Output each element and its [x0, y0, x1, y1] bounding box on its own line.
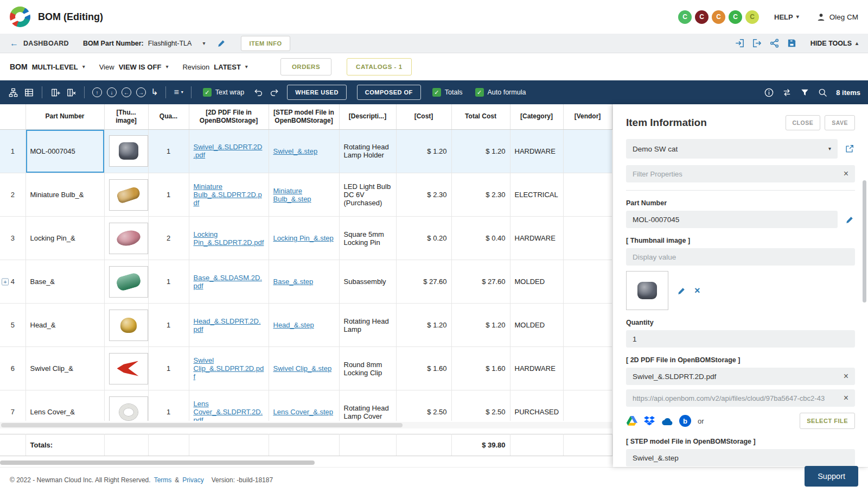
- part-number-input[interactable]: MOL-0007045: [626, 211, 838, 228]
- pdf-file-link[interactable]: Base_&.SLDASM.2D.pdf: [194, 274, 262, 290]
- category-cell[interactable]: HARDWARE: [510, 130, 563, 173]
- part-thumbnail[interactable]: [109, 396, 148, 421]
- share-icon[interactable]: [769, 38, 780, 48]
- chevron-down-icon[interactable]: ▾: [202, 41, 205, 46]
- edit-part-number-icon[interactable]: [844, 214, 855, 225]
- vendor-cell[interactable]: [563, 390, 612, 421]
- save-icon[interactable]: [787, 38, 797, 48]
- pdf-file-link[interactable]: Head_&.SLDPRT.2D.pdf: [194, 317, 261, 333]
- select-file-button[interactable]: SELECT FILE: [800, 413, 855, 429]
- pdf-file-link[interactable]: Locking Pin_&.SLDPRT.2D.pdf: [194, 230, 264, 247]
- column-header[interactable]: [Category]: [510, 104, 563, 129]
- cost-cell[interactable]: $ 1.20: [396, 130, 451, 173]
- alignment-menu-icon[interactable]: ≡ ▾: [174, 87, 183, 98]
- where-used-button[interactable]: WHERE USED: [287, 85, 347, 100]
- move-up-icon[interactable]: ↑: [92, 87, 102, 97]
- table-row[interactable]: + 2 Miniature Bulb_& 1 Miniature Bulb_&.…: [0, 173, 612, 217]
- part-thumbnail[interactable]: [109, 310, 148, 341]
- category-cell[interactable]: PURCHASED: [510, 390, 563, 421]
- privacy-link[interactable]: Privacy: [182, 476, 203, 484]
- cost-cell[interactable]: $ 1.60: [396, 347, 451, 390]
- pdf-file-link[interactable]: Lens Cover_&.SLDPRT.2D.pdf: [194, 400, 263, 421]
- dashboard-back-link[interactable]: ← DASHBOARD: [10, 39, 69, 48]
- column-header[interactable]: Qua...: [148, 104, 189, 129]
- avatar[interactable]: C: [712, 10, 725, 24]
- box-icon[interactable]: b: [679, 415, 691, 427]
- part-number-cell[interactable]: MOL-0007045: [25, 130, 104, 173]
- part-number-cell[interactable]: Lens Cover_&: [25, 390, 104, 421]
- hide-tools-toggle[interactable]: HIDE TOOLS ▴: [810, 40, 858, 47]
- description-cell[interactable]: Rotating Head Lamp: [339, 304, 396, 347]
- save-button[interactable]: SAVE: [825, 115, 855, 130]
- avatar[interactable]: C: [695, 10, 709, 24]
- page-horizontal-scrollbar[interactable]: [0, 461, 315, 465]
- thumbnail-display-input[interactable]: Display value: [626, 248, 855, 266]
- column-header[interactable]: [Thu... image]: [104, 104, 148, 129]
- step-file-input[interactable]: Swivel_&.step: [626, 449, 855, 466]
- column-header[interactable]: [2D PDF File in OpenBOMStorage]: [189, 104, 269, 129]
- avatar[interactable]: C: [729, 10, 742, 24]
- info-icon[interactable]: [763, 87, 774, 98]
- terms-link[interactable]: Terms: [154, 476, 172, 484]
- quantity-cell[interactable]: 1: [148, 304, 189, 347]
- vendor-cell[interactable]: [563, 347, 612, 390]
- description-cell[interactable]: Rotating Head Lamp Cover: [339, 390, 396, 421]
- table-row[interactable]: + 7 Lens Cover_& 1 Lens Cover_&.SLDPRT.2…: [0, 390, 612, 421]
- step-file-link[interactable]: Base_&.step: [273, 277, 314, 286]
- edit-bom-name-icon[interactable]: [216, 38, 227, 49]
- support-button[interactable]: Support: [805, 466, 858, 487]
- thumbnail-preview[interactable]: [626, 271, 668, 310]
- expand-row-icon[interactable]: +: [2, 278, 9, 285]
- column-header[interactable]: [Cost]: [396, 104, 451, 129]
- pdf-file-link[interactable]: Miniature Bulb_&.SLDPRT.2D.pdf: [194, 182, 262, 207]
- quantity-cell[interactable]: 1: [148, 130, 189, 173]
- column-header[interactable]: Total Cost: [451, 104, 510, 129]
- add-column-icon[interactable]: [50, 87, 61, 98]
- category-cell[interactable]: MOLDED: [510, 260, 563, 304]
- move-right-icon[interactable]: →: [136, 87, 146, 97]
- indent-icon[interactable]: ↳: [151, 88, 158, 97]
- table-row[interactable]: + 1 MOL-0007045 1 Swivel_&.SLDPRT.2D.pdf…: [0, 130, 612, 173]
- import-icon[interactable]: [735, 38, 745, 48]
- revision-dropdown[interactable]: Revision LATEST ▾: [182, 63, 247, 71]
- item-info-button[interactable]: ITEM INFO: [241, 36, 290, 51]
- part-thumbnail[interactable]: [109, 223, 148, 254]
- quantity-cell[interactable]: 1: [148, 173, 189, 217]
- catalogs-button[interactable]: CATALOGS - 1: [347, 58, 411, 75]
- part-thumbnail[interactable]: [109, 353, 148, 384]
- move-left-icon[interactable]: ←: [122, 87, 131, 97]
- pdf-file-input[interactable]: Swivel_&.SLDPRT.2D.pdf ×: [626, 368, 855, 385]
- help-menu[interactable]: HELP ▾: [774, 13, 799, 21]
- part-thumbnail[interactable]: [109, 266, 148, 298]
- part-thumbnail[interactable]: [109, 135, 148, 167]
- dropbox-icon[interactable]: [643, 415, 655, 426]
- filter-properties-input[interactable]: Filter Properties ×: [626, 165, 855, 182]
- user-menu[interactable]: Oleg CM: [816, 12, 858, 22]
- cost-cell[interactable]: $ 27.60: [396, 260, 451, 304]
- part-number-cell[interactable]: Base_&: [25, 260, 104, 304]
- table-horizontal-scrollbar[interactable]: [0, 422, 612, 428]
- onedrive-icon[interactable]: [661, 416, 674, 426]
- step-file-link[interactable]: Swivel_&.step: [273, 147, 318, 155]
- part-number-cell[interactable]: Swivel Clip_&: [25, 347, 104, 390]
- clear-url-icon[interactable]: ×: [839, 394, 848, 402]
- catalog-select[interactable]: Demo SW cat ▾: [626, 139, 838, 159]
- vendor-cell[interactable]: [563, 304, 612, 347]
- table-row[interactable]: + 5 Head_& 1 Head_&.SLDPRT.2D.pdf Head_&…: [0, 304, 612, 347]
- export-icon[interactable]: [752, 38, 762, 48]
- pdf-file-link[interactable]: Swivel Clip_&.SLDPRT.2D.pdf: [194, 356, 264, 381]
- remove-column-icon[interactable]: [66, 87, 76, 98]
- cost-cell[interactable]: $ 2.50: [396, 390, 451, 421]
- category-cell[interactable]: HARDWARE: [510, 217, 563, 260]
- pdf-file-link[interactable]: Swivel_&.SLDPRT.2D.pdf: [194, 143, 263, 159]
- vendor-cell[interactable]: [563, 173, 612, 217]
- text-wrap-checkbox[interactable]: ✓ Text wrap: [203, 88, 245, 97]
- cost-cell[interactable]: $ 0.20: [396, 217, 451, 260]
- vendor-cell[interactable]: [563, 217, 612, 260]
- step-file-link[interactable]: Miniature Bulb_&.step: [273, 187, 311, 203]
- avatar[interactable]: C: [678, 10, 692, 24]
- google-drive-icon[interactable]: [626, 415, 638, 426]
- vendor-cell[interactable]: [563, 260, 612, 304]
- pdf-url-input[interactable]: https://api.openbom.com/v2/api/files/clo…: [626, 389, 855, 407]
- part-number-cell[interactable]: Head_&: [25, 304, 104, 347]
